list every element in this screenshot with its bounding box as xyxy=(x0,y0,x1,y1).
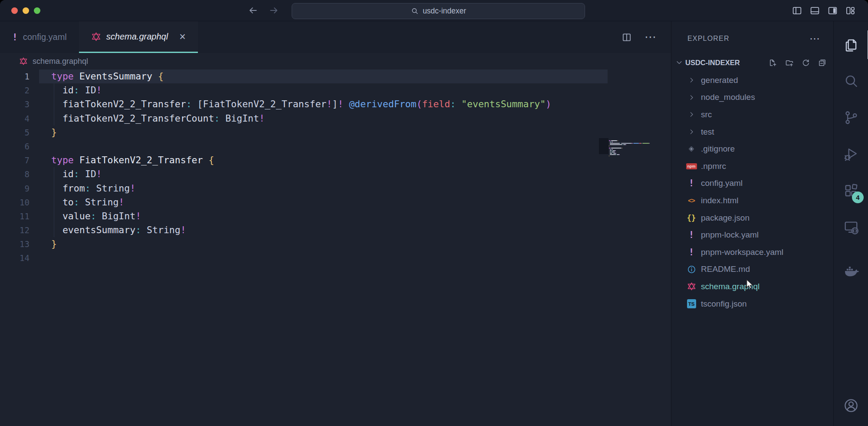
tree-folder-test[interactable]: test xyxy=(671,123,834,141)
code-line[interactable]: 6 xyxy=(0,139,671,153)
new-file-icon[interactable] xyxy=(768,58,777,67)
chevron-right-icon xyxy=(686,92,697,102)
line-number: 7 xyxy=(0,153,30,167)
activity-remote-explorer-icon[interactable] xyxy=(834,209,868,245)
tree-item-label: pnpm-workspace.yaml xyxy=(701,248,783,257)
code-text: fiatTokenV2_2_TransferCount: BigInt! xyxy=(39,112,265,125)
git-file-icon xyxy=(686,144,697,154)
tree-file-tsconfig.json[interactable]: TStsconfig.json xyxy=(671,295,834,313)
code-line[interactable]: 5} xyxy=(0,125,671,139)
tree-item-label: .gitignore xyxy=(701,144,735,154)
code-line[interactable]: 1type EventsSummary { xyxy=(0,69,671,83)
activity-bottom xyxy=(834,391,868,420)
code-text: type FiatTokenV2_2_Transfer { xyxy=(39,153,214,167)
html-file-icon: <> xyxy=(686,195,697,206)
tab-schema-graphql[interactable]: schema.graphql × xyxy=(79,21,198,53)
toggle-panel-bottom-icon[interactable] xyxy=(809,5,820,16)
tree-file-.gitignore[interactable]: .gitignore xyxy=(671,140,834,158)
tab-label: config.yaml xyxy=(23,32,67,42)
line-number: 9 xyxy=(0,182,30,195)
customize-layout-icon[interactable] xyxy=(845,5,856,16)
code-line[interactable]: 4 fiatTokenV2_2_TransferCount: BigInt! xyxy=(0,112,671,125)
tree-folder-generated[interactable]: generated xyxy=(671,72,834,89)
tree-file-config.yaml[interactable]: !config.yaml xyxy=(671,175,834,192)
minimap-shadow xyxy=(599,138,608,154)
file-tree: generatednode_modulessrctest.gitignorenp… xyxy=(671,72,834,312)
minimap[interactable] xyxy=(609,140,660,158)
project-section-header[interactable]: USDC-INDEXER xyxy=(671,53,834,72)
tree-file-pnpm-lock.yaml[interactable]: !pnpm-lock.yaml xyxy=(671,226,834,244)
explorer-more-actions-icon[interactable]: ⋯ xyxy=(809,33,821,44)
tree-item-label: src xyxy=(701,110,712,119)
activity-bar: 4 xyxy=(833,21,868,426)
code-line[interactable]: 7type FiatTokenV2_2_Transfer { xyxy=(0,153,671,167)
activity-run-debug-icon[interactable] xyxy=(834,136,868,172)
code-text: } xyxy=(39,125,57,139)
code-text xyxy=(39,139,51,153)
ts-file-icon: TS xyxy=(686,299,697,309)
graphql-file-icon xyxy=(19,57,28,66)
tree-folder-node_modules[interactable]: node_modules xyxy=(671,89,834,106)
code-line[interactable]: 10 to: String! xyxy=(0,195,671,209)
tree-item-label: test xyxy=(701,127,714,137)
code-editor[interactable]: 1type EventsSummary {2 id: ID!3 fiatToke… xyxy=(0,69,671,265)
code-line[interactable]: 9 from: String! xyxy=(0,182,671,195)
activity-extensions-icon[interactable]: 4 xyxy=(834,172,868,209)
tab-label: schema.graphql xyxy=(106,32,168,42)
refresh-icon[interactable] xyxy=(801,58,810,67)
editor-more-actions-icon[interactable]: ⋯ xyxy=(644,31,657,43)
tree-folder-src[interactable]: src xyxy=(671,106,834,123)
command-center-search[interactable]: usdc-indexer xyxy=(292,3,585,19)
code-line[interactable]: 3 fiatTokenV2_2_Transfer: [FiatTokenV2_2… xyxy=(0,97,671,111)
explorer-sidebar: EXPLORER ⋯ USDC-INDEXER generatednode_mo… xyxy=(671,21,834,426)
line-number: 14 xyxy=(0,251,30,265)
activity-account-icon[interactable] xyxy=(834,391,868,420)
tree-item-label: generated xyxy=(701,76,738,85)
close-tab-icon[interactable]: × xyxy=(179,31,186,42)
code-text: type EventsSummary { xyxy=(39,69,608,83)
code-text: fiatTokenV2_2_Transfer: [FiatTokenV2_2_T… xyxy=(39,97,551,111)
line-number: 12 xyxy=(0,223,30,237)
collapse-folders-icon[interactable] xyxy=(818,58,827,67)
yaml-file-icon: ! xyxy=(686,230,697,240)
code-text: to: String! xyxy=(39,195,124,209)
command-center-label: usdc-indexer xyxy=(423,7,466,16)
yaml-file-icon: ! xyxy=(686,247,697,258)
line-number: 3 xyxy=(0,97,30,111)
code-line[interactable]: 13} xyxy=(0,237,671,251)
project-name: USDC-INDEXER xyxy=(685,59,740,67)
code-line[interactable]: 11 value: BigInt! xyxy=(0,209,671,223)
tree-item-label: .npmrc xyxy=(701,162,726,171)
toggle-panel-left-icon[interactable] xyxy=(792,5,802,16)
chevron-right-icon xyxy=(686,109,697,120)
breadcrumb[interactable]: schema.graphql xyxy=(0,53,671,69)
new-folder-icon[interactable] xyxy=(785,58,794,67)
chevron-right-icon xyxy=(686,75,697,86)
tree-file-index.html[interactable]: <>index.html xyxy=(671,192,834,209)
code-text: value: BigInt! xyxy=(39,209,141,223)
back-icon[interactable] xyxy=(247,5,259,16)
tab-config-yaml[interactable]: ! config.yaml xyxy=(0,21,79,53)
minimize-window-button[interactable] xyxy=(23,7,29,14)
activity-search-icon[interactable] xyxy=(834,63,868,99)
tree-file-package.json[interactable]: {}package.json xyxy=(671,209,834,227)
code-line[interactable]: 2 id: ID! xyxy=(0,83,671,97)
activity-source-control-icon[interactable] xyxy=(834,99,868,136)
code-line[interactable]: 12 eventsSummary: String! xyxy=(0,223,671,237)
code-line[interactable]: 14 xyxy=(0,251,671,265)
close-window-button[interactable] xyxy=(11,7,18,14)
zoom-window-button[interactable] xyxy=(34,7,40,14)
toggle-panel-right-icon[interactable] xyxy=(827,5,838,16)
line-number: 13 xyxy=(0,237,30,251)
code-line[interactable]: 8 id: ID! xyxy=(0,167,671,181)
tree-file-README.md[interactable]: README.md xyxy=(671,261,834,278)
split-editor-icon[interactable] xyxy=(621,32,632,43)
vscode-window: usdc-indexer ! config.yaml schema.graphq… xyxy=(0,0,868,426)
tree-file-pnpm-workspace.yaml[interactable]: !pnpm-workspace.yaml xyxy=(671,244,834,261)
tree-file-.npmrc[interactable]: npm.npmrc xyxy=(671,158,834,175)
tree-item-label: node_modules xyxy=(701,92,755,102)
code-text: id: ID! xyxy=(39,167,102,181)
forward-icon[interactable] xyxy=(268,5,279,16)
activity-explorer-icon[interactable] xyxy=(834,26,868,63)
activity-docker-icon[interactable] xyxy=(834,252,868,289)
